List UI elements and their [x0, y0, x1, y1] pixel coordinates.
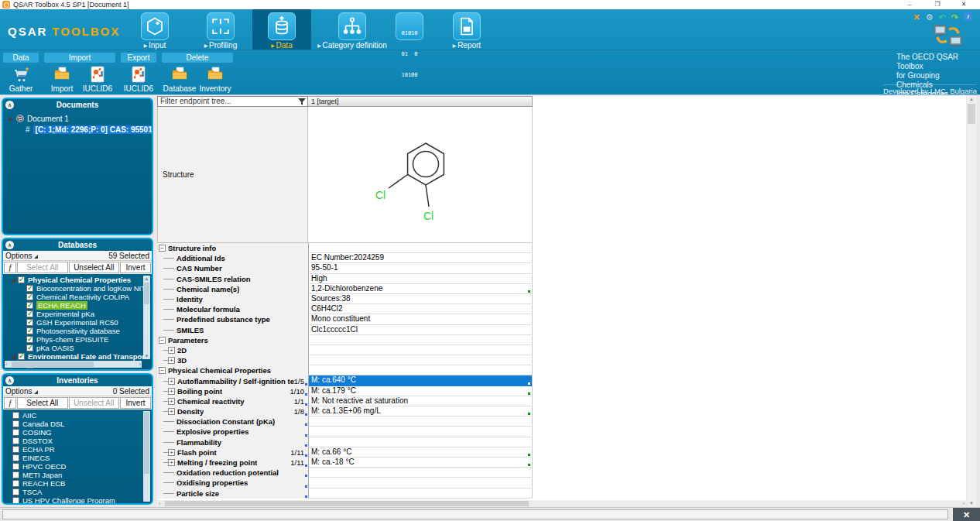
- endpoint-row[interactable]: Parameters: [157, 335, 533, 345]
- select-all-button[interactable]: Select All: [17, 397, 68, 409]
- inventory-item[interactable]: DSSTOX: [6, 437, 142, 445]
- endpoint-tree-cell[interactable]: Melting / freezing point 1/11: [157, 458, 308, 468]
- checkbox[interactable]: [12, 497, 19, 503]
- checkbox[interactable]: [26, 319, 33, 326]
- endpoint-tree-cell[interactable]: Boiling point 1/10: [157, 386, 308, 396]
- endpoint-tree-cell[interactable]: Explosive properties: [157, 427, 308, 437]
- endpoint-tree-cell[interactable]: SMILES: [157, 325, 308, 335]
- endpoint-row[interactable]: Molecular formula C6H4Cl2: [157, 304, 533, 314]
- select-all-button[interactable]: Select All: [17, 262, 68, 273]
- database-item[interactable]: Physical Chemical Properties: [6, 276, 142, 284]
- inventory-item[interactable]: AIIC: [6, 411, 142, 420]
- tree-expander-icon[interactable]: [168, 449, 175, 456]
- endpoint-value-cell[interactable]: M: ca.-18 °C: [308, 458, 533, 468]
- checkbox[interactable]: [12, 446, 19, 453]
- tree-expander-icon[interactable]: [168, 398, 175, 405]
- status-close-button[interactable]: ✕: [953, 508, 980, 521]
- databases-vertical-scrollbar[interactable]: ▲ ▼: [143, 276, 150, 359]
- endpoint-tree-cell[interactable]: Identity: [157, 294, 308, 304]
- tree-expander-icon[interactable]: [168, 459, 175, 466]
- endpoint-value-cell[interactable]: Sources:38: [308, 294, 533, 304]
- database-item[interactable]: Environmental Fate and Transport: [6, 352, 142, 361]
- group-tab-delete[interactable]: Delete: [162, 53, 233, 63]
- checkbox[interactable]: [18, 276, 25, 283]
- undo-icon[interactable]: ↶: [939, 12, 946, 22]
- endpoint-row[interactable]: Dissociation Constant (pKa): [157, 416, 533, 427]
- scrollbar-thumb[interactable]: [12, 362, 94, 367]
- scrollbar-thumb[interactable]: [144, 412, 149, 474]
- maximize-button[interactable]: ❐: [926, 0, 949, 9]
- delete-database-button[interactable]: Database: [162, 63, 197, 93]
- delete-inventory-button[interactable]: Inventory: [197, 63, 233, 93]
- endpoint-tree-cell[interactable]: Oxidation reduction potential: [157, 468, 308, 478]
- tree-expander-icon[interactable]: [168, 378, 175, 385]
- unselect-all-button[interactable]: Unselect All: [69, 262, 120, 273]
- checkbox[interactable]: [12, 471, 19, 478]
- endpoint-value-cell[interactable]: [308, 335, 533, 345]
- endpoint-row[interactable]: Particle size: [157, 488, 533, 499]
- endpoint-row[interactable]: Additional Ids EC Number:2024259: [157, 253, 533, 263]
- database-sync-icon[interactable]: [934, 23, 963, 51]
- endpoint-value-cell[interactable]: [308, 437, 533, 447]
- endpoint-row[interactable]: Structure info: [157, 243, 533, 253]
- endpoint-tree-cell[interactable]: Dissociation Constant (pKa): [157, 416, 308, 427]
- checkbox[interactable]: [12, 463, 19, 470]
- minimize-button[interactable]: –: [898, 0, 921, 9]
- options-menu[interactable]: Options: [5, 386, 38, 396]
- tree-expander-icon[interactable]: [168, 347, 175, 354]
- endpoint-tree-cell[interactable]: Molecular formula: [157, 304, 308, 314]
- endpoint-value-cell[interactable]: EC Number:2024259: [308, 253, 533, 263]
- checkbox[interactable]: [18, 353, 25, 360]
- molecule-cell[interactable]: Cl Cl: [308, 107, 533, 243]
- endpoint-value-cell[interactable]: [308, 468, 533, 478]
- scrollbar-thumb[interactable]: [165, 501, 529, 506]
- endpoint-row[interactable]: Boiling point 1/10 M: ca.179 °C: [157, 386, 533, 396]
- endpoint-tree-cell[interactable]: Autoflammability / Self-ignition temp...…: [157, 375, 308, 386]
- endpoint-value-cell[interactable]: [308, 355, 533, 365]
- endpoint-value-cell[interactable]: C6H4Cl2: [308, 304, 533, 314]
- database-item[interactable]: pKa OASIS: [6, 344, 142, 352]
- endpoint-value-cell[interactable]: [308, 488, 533, 499]
- database-item[interactable]: Chemical Reactivity COLIPA: [6, 293, 142, 301]
- close-document-icon[interactable]: ✕: [913, 12, 920, 22]
- checkbox[interactable]: [26, 293, 33, 300]
- endpoint-tree-cell[interactable]: Oxidising properties: [157, 478, 308, 488]
- checkbox[interactable]: [26, 302, 33, 309]
- checkbox[interactable]: [26, 285, 33, 292]
- import-button[interactable]: Import: [44, 63, 80, 93]
- document-node[interactable]: Document 1: [3, 113, 152, 124]
- endpoint-row[interactable]: Chemical name(s) 1,2-Dichlorobenzene: [157, 284, 533, 294]
- checkbox[interactable]: [12, 437, 19, 444]
- endpoint-value-cell[interactable]: M: Not reactive at saturation: [308, 396, 533, 406]
- databases-horizontal-scrollbar[interactable]: ‹ ›: [5, 361, 142, 368]
- checkbox[interactable]: [12, 488, 19, 495]
- endpoint-tree-cell[interactable]: Parameters: [157, 335, 308, 345]
- database-item[interactable]: Photosensitivity database: [6, 327, 142, 335]
- expander-triangle-icon[interactable]: [11, 278, 15, 283]
- endpoint-row[interactable]: 2D: [157, 345, 533, 355]
- gather-button[interactable]: Gather: [3, 63, 39, 93]
- endpoint-row[interactable]: Physical Chemical Properties: [157, 365, 533, 375]
- inventory-item[interactable]: Canada DSL: [6, 420, 142, 428]
- inventory-item[interactable]: REACH ECB: [6, 479, 142, 488]
- checkbox[interactable]: [26, 344, 33, 351]
- unselect-all-button[interactable]: Unselect All: [69, 397, 120, 409]
- close-button[interactable]: ✕: [952, 0, 975, 9]
- checkbox[interactable]: [12, 454, 19, 461]
- scroll-up-icon[interactable]: ▲: [967, 96, 976, 103]
- endpoint-row[interactable]: Density 1/8 M: ca.1.3E+06 mg/L: [157, 406, 533, 416]
- checkbox[interactable]: [12, 420, 19, 427]
- endpoint-tree-cell[interactable]: Physical Chemical Properties: [157, 365, 308, 375]
- redo-icon[interactable]: ↷: [951, 12, 958, 22]
- endpoint-row[interactable]: Explosive properties: [157, 427, 533, 437]
- endpoint-row[interactable]: CAS Number 95-50-1: [157, 263, 533, 273]
- info-icon[interactable]: i: [964, 12, 972, 21]
- checkbox[interactable]: [12, 429, 19, 436]
- tab-input[interactable]: Input: [128, 9, 181, 50]
- endpoint-tree-cell[interactable]: Chemical reactivity 1/1: [157, 396, 308, 406]
- group-tab-data[interactable]: Data: [3, 53, 39, 63]
- tree-expander-icon[interactable]: [159, 245, 166, 252]
- endpoint-tree-cell[interactable]: Structure info: [157, 243, 308, 253]
- endpoint-tree-cell[interactable]: Additional Ids: [157, 253, 308, 263]
- inventory-item[interactable]: US HPV Challenge Program: [6, 496, 142, 503]
